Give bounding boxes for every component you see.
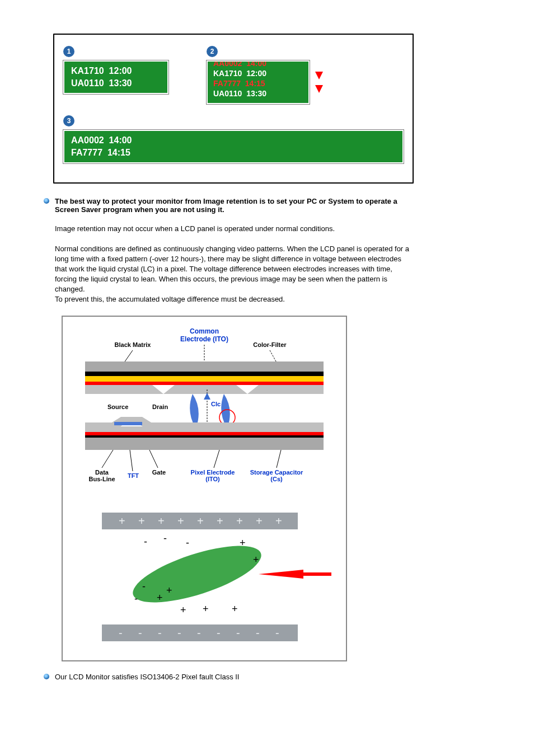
svg-text:-: - <box>236 627 240 639</box>
svg-text:-: - <box>177 627 181 639</box>
bullet1-text: The best way to protect your monitor fro… <box>55 197 414 214</box>
label-storage1: Storage Capacitor <box>250 469 303 476</box>
bullet-icon <box>44 674 49 679</box>
svg-text:+: + <box>236 515 243 527</box>
bullet-1: The best way to protect your monitor fro… <box>44 197 414 214</box>
label-pixel-el2: (ITO) <box>205 476 220 482</box>
label-pixel-el1: Pixel Electrode <box>191 469 235 476</box>
label-color-filter: Color-Filter <box>253 341 287 348</box>
svg-text:+: + <box>166 585 172 596</box>
svg-rect-4 <box>85 372 324 376</box>
svg-rect-13 <box>85 432 324 435</box>
scroll-arrows <box>313 72 323 93</box>
bullet-icon <box>44 198 49 204</box>
label-source: Source <box>107 403 128 410</box>
panel2-l1: AA0002 14:00 <box>213 60 266 68</box>
panel2-l3: FA7777 14:15 <box>213 78 266 88</box>
arrow-down-icon <box>315 72 323 79</box>
panel1-l2: UA0110 13:30 <box>71 77 161 90</box>
panel2-l4: UA0110 13:30 <box>213 88 266 98</box>
svg-text:-: - <box>138 627 142 639</box>
svg-point-34 <box>127 534 268 614</box>
panel2: 2 AA0002 14:00 KA1710 12:00 FA7777 14:15… <box>207 46 323 104</box>
panel3-l1: AA0002 14:00 <box>71 134 396 147</box>
arrow-down-icon <box>315 85 323 93</box>
label-drain: Drain <box>152 403 168 410</box>
label-black-matrix: Black Matrix <box>115 341 152 348</box>
svg-rect-14 <box>85 435 324 438</box>
flight-panels-figure: 1 KA1710 12:00 UA0110 13:30 2 AA0002 14:… <box>53 34 414 184</box>
svg-text:+: + <box>217 515 223 527</box>
paragraph-2: Normal conditions are defined as continu… <box>55 244 414 294</box>
svg-text:+: + <box>158 515 165 527</box>
svg-text:+: + <box>253 554 259 565</box>
svg-line-16 <box>102 450 113 468</box>
svg-marker-44 <box>259 570 303 579</box>
label-storage2: (Cs) <box>270 476 283 482</box>
label-electrode-top: Electrode (ITO) <box>180 335 228 343</box>
svg-text:-: - <box>275 627 279 639</box>
svg-text:+: + <box>177 515 184 527</box>
svg-text:-: - <box>197 627 201 639</box>
label-data-bus1: Data <box>95 469 109 476</box>
svg-text:-: - <box>119 627 123 639</box>
panel3: 3 AA0002 14:00 FA7777 14:15 <box>63 115 404 163</box>
svg-text:+: + <box>203 603 209 614</box>
label-common: Common <box>190 327 219 335</box>
svg-text:+: + <box>119 515 125 527</box>
lcd-structure-figure: Common Electrode (ITO) Black Matrix Colo… <box>62 316 347 661</box>
svg-text:+: + <box>256 515 263 527</box>
panel2-l2: KA1710 12:00 <box>213 68 266 78</box>
svg-text:-: - <box>158 627 162 639</box>
badge-2: 2 <box>207 46 218 57</box>
svg-line-18 <box>130 450 133 471</box>
svg-rect-3 <box>85 361 324 372</box>
bullet-2: Our LCD Monitor satisfies ISO13406-2 Pix… <box>44 673 414 681</box>
svg-text:+: + <box>275 515 282 527</box>
badge-1: 1 <box>63 46 74 57</box>
svg-text:-: - <box>217 627 221 639</box>
svg-text:-: - <box>142 581 146 592</box>
svg-text:+: + <box>157 592 163 603</box>
svg-line-17 <box>149 450 158 468</box>
svg-rect-15 <box>85 438 324 450</box>
panel1-box: KA1710 12:00 UA0110 13:30 <box>63 60 168 94</box>
panel1-l1: KA1710 12:00 <box>71 65 161 77</box>
svg-text:-: - <box>186 537 189 548</box>
paragraph-3: To prevent this, the accumulated voltage… <box>55 294 414 304</box>
panel1: 1 KA1710 12:00 UA0110 13:30 <box>63 46 168 94</box>
svg-text:+: + <box>240 537 246 548</box>
badge-3: 3 <box>63 115 74 126</box>
svg-text:-: - <box>256 627 260 639</box>
svg-text:+: + <box>197 515 204 527</box>
svg-rect-12 <box>114 422 142 425</box>
panel3-l2: FA7777 14:15 <box>71 147 396 159</box>
svg-text:-: - <box>134 593 138 604</box>
label-data-bus2: Bus-Line <box>88 476 115 482</box>
panel2-box: AA0002 14:00 KA1710 12:00 FA7777 14:15 U… <box>207 60 310 104</box>
paragraph-1: Image retention may not occur when a LCD… <box>55 224 414 234</box>
svg-rect-6 <box>85 382 324 385</box>
svg-line-19 <box>214 450 219 468</box>
svg-line-20 <box>277 450 281 468</box>
svg-rect-5 <box>85 376 324 382</box>
bullet2-text: Our LCD Monitor satisfies ISO13406-2 Pix… <box>55 673 239 681</box>
svg-text:+: + <box>138 515 145 527</box>
lcd-diagram-svg: Common Electrode (ITO) Black Matrix Colo… <box>68 322 340 657</box>
svg-text:+: + <box>232 603 238 614</box>
panel3-box: AA0002 14:00 FA7777 14:15 <box>63 130 404 163</box>
label-gate: Gate <box>152 469 166 476</box>
label-clc: Clc <box>211 401 221 407</box>
svg-text:+: + <box>180 604 186 616</box>
label-tft: TFT <box>128 472 139 479</box>
svg-text:-: - <box>163 533 167 544</box>
svg-text:-: - <box>144 536 147 547</box>
